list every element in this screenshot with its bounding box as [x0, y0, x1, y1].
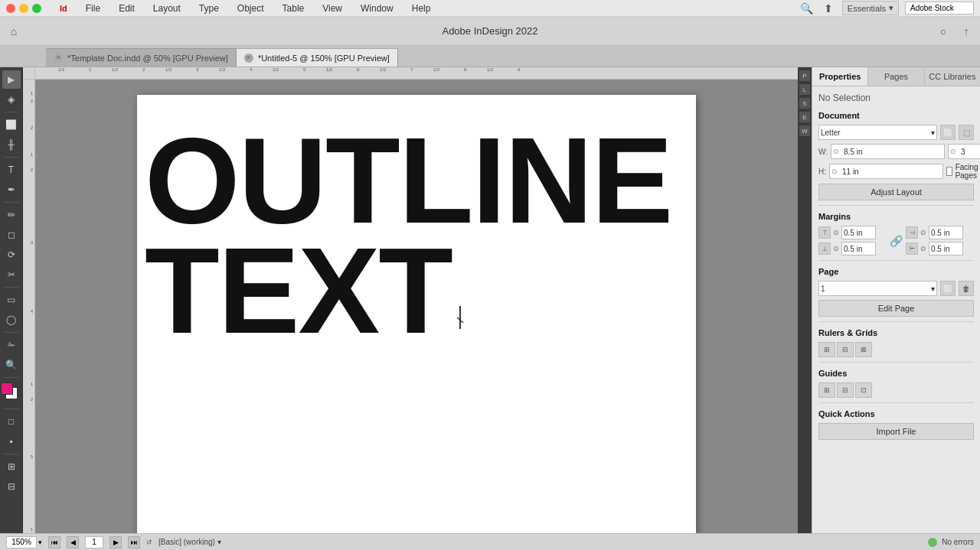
margin-spinner-2[interactable]: ⊙ — [832, 245, 840, 252]
margin-top-left-row: ⊤ ⊙ — [818, 226, 887, 239]
margin-top-input[interactable] — [841, 226, 876, 239]
preview-mode[interactable]: ⊞ — [2, 457, 21, 476]
last-page-btn[interactable]: ⏭ — [128, 536, 140, 548]
direct-select-tool[interactable]: ◈ — [2, 90, 21, 109]
right-panel: Properties Pages CC Libraries No Selecti… — [812, 67, 980, 533]
pencil-tool[interactable]: ✏ — [2, 206, 21, 224]
pages-spinner[interactable]: ⊙ — [949, 148, 958, 155]
rectangle-tool[interactable]: ▭ — [2, 291, 21, 309]
tab-untitled[interactable]: ✕ *Untitled-5 @ 150% [GPU Preview] — [237, 48, 398, 67]
search-large-icon[interactable]: ○ — [936, 24, 951, 39]
tool-separator-7 — [4, 408, 19, 409]
margin-spinner-1[interactable]: ⊙ — [832, 229, 840, 236]
zoom-tool[interactable]: 🔍 — [2, 356, 21, 374]
pen-tool[interactable]: ✒ — [2, 181, 21, 199]
margin-spinner-3[interactable]: ⊙ — [920, 229, 927, 236]
selection-tool[interactable]: ▶ — [2, 70, 21, 89]
menu-file[interactable]: File — [83, 2, 103, 15]
ruler-grid-icon-3[interactable]: ⊠ — [855, 342, 872, 357]
menu-edit[interactable]: Edit — [116, 2, 138, 15]
next-page-btn[interactable]: ▶ — [109, 536, 122, 548]
search-icon[interactable]: 🔍 — [799, 1, 815, 16]
home-icon[interactable]: ⌂ — [6, 24, 21, 39]
menu-help[interactable]: Help — [409, 2, 434, 15]
height-spinner[interactable]: ⊙ — [830, 168, 839, 175]
fg-color-swatch[interactable] — [1, 382, 13, 395]
effects-icon[interactable]: E — [799, 112, 810, 122]
canvas-viewport: OUTLINE TEXT — [35, 80, 798, 533]
menu-layout[interactable]: Layout — [150, 2, 184, 15]
edit-page-button[interactable]: Edit Page — [818, 300, 974, 317]
tab-template[interactable]: ✕ *Template Doc.indd @ 50% [GPU Preview] — [46, 48, 237, 67]
page-number-input[interactable] — [85, 536, 103, 548]
guide-icon-1[interactable]: ⊞ — [818, 382, 835, 398]
frame-mode[interactable]: ▪ — [2, 432, 21, 451]
first-page-btn[interactable]: ⏮ — [48, 536, 60, 548]
sync-icon[interactable]: ↑ — [959, 24, 974, 39]
color-swatches[interactable] — [1, 382, 22, 404]
zoom-dropdown-arrow[interactable]: ▾ — [38, 539, 42, 546]
minimize-button[interactable] — [19, 4, 28, 13]
essentials-dropdown[interactable]: Essentials ▾ — [842, 1, 899, 15]
page-layout-btn1[interactable]: ⬜ — [940, 125, 956, 140]
type-tool[interactable]: T — [2, 161, 21, 179]
margin-spinner-4[interactable]: ⊙ — [920, 245, 927, 252]
guide-icon-3[interactable]: ⊡ — [855, 382, 872, 398]
facing-pages-checkbox[interactable] — [946, 167, 952, 176]
text-wrap-icon[interactable]: W — [799, 125, 810, 136]
zoom-input[interactable] — [6, 536, 37, 548]
status-right: No errors — [928, 538, 974, 547]
share-icon[interactable]: ⬆ — [821, 1, 836, 16]
links-icon[interactable]: L — [799, 84, 810, 95]
guide-icon-2[interactable]: ⊟ — [837, 382, 854, 398]
menu-table[interactable]: Table — [279, 2, 308, 15]
crop-tool[interactable]: ✂ — [2, 265, 21, 284]
page-layout-btn2[interactable]: ⬚ — [959, 125, 974, 140]
stock-search[interactable]: Adobe Stock — [905, 2, 974, 15]
adjust-layout-button[interactable]: Adjust Layout — [818, 184, 974, 200]
prev-page-btn[interactable]: ◀ — [67, 536, 79, 548]
page-tool[interactable]: ⬜ — [2, 116, 21, 134]
document-type-dropdown[interactable]: Letter ▾ — [818, 125, 937, 140]
menu-object[interactable]: Object — [234, 2, 267, 15]
quick-actions-title: Quick Actions — [818, 409, 974, 418]
ruler-grid-icon-2[interactable]: ⊟ — [837, 342, 854, 357]
refresh-btn[interactable]: ↺ — [146, 539, 152, 546]
gap-tool[interactable]: ╫ — [2, 135, 21, 154]
page-action-btn2[interactable]: 🗑 — [959, 281, 974, 296]
chain-link-icon[interactable]: 🔗 — [890, 235, 903, 247]
tab-properties[interactable]: Properties — [812, 67, 868, 86]
margin-right-input[interactable] — [929, 242, 963, 255]
ruler-grid-icon-1[interactable]: ⊞ — [818, 342, 835, 357]
menu-window[interactable]: Window — [358, 2, 397, 15]
tab-close-untitled[interactable]: ✕ — [244, 54, 253, 63]
ellipse-tool[interactable]: ◯ — [2, 311, 21, 329]
canvas-scroll[interactable]: 1 2 2 1 2 3 4 1 2 5 1 2 OUTLINE — [23, 80, 798, 533]
menu-view[interactable]: View — [319, 2, 345, 15]
app-title: Adobe InDesign 2022 — [442, 25, 537, 37]
page-action-btn1[interactable]: ⬜ — [940, 281, 956, 296]
properties-icon[interactable]: P — [799, 70, 810, 81]
pages-input[interactable] — [958, 145, 980, 158]
height-input[interactable] — [839, 164, 942, 178]
margin-bottom-input[interactable] — [841, 242, 876, 255]
page-dropdown[interactable]: 1 ▾ — [818, 281, 937, 296]
grid-view[interactable]: ⊟ — [2, 477, 21, 496]
tab-close-template[interactable]: ✕ — [54, 54, 63, 63]
normal-mode[interactable]: □ — [2, 412, 21, 431]
margin-left-input[interactable] — [929, 226, 963, 239]
menu-type[interactable]: Type — [196, 2, 222, 15]
close-button[interactable] — [6, 4, 15, 13]
margin-bottom-left-row: ⊥ ⊙ — [818, 242, 887, 255]
swatches-icon[interactable]: S — [799, 98, 810, 109]
tab-pages[interactable]: Pages — [868, 67, 924, 86]
divider-2 — [818, 260, 974, 261]
maximize-button[interactable] — [32, 4, 41, 13]
width-spinner-up[interactable]: ⊙ — [831, 148, 841, 155]
width-input[interactable] — [841, 145, 944, 158]
transform-tool[interactable]: ⟳ — [2, 246, 21, 264]
tab-cc-libraries[interactable]: CC Libraries — [925, 67, 980, 86]
import-file-button[interactable]: Import File — [818, 423, 974, 440]
eraser-tool[interactable]: ◻ — [2, 226, 21, 244]
scissors-tool[interactable]: ✁ — [2, 336, 21, 354]
